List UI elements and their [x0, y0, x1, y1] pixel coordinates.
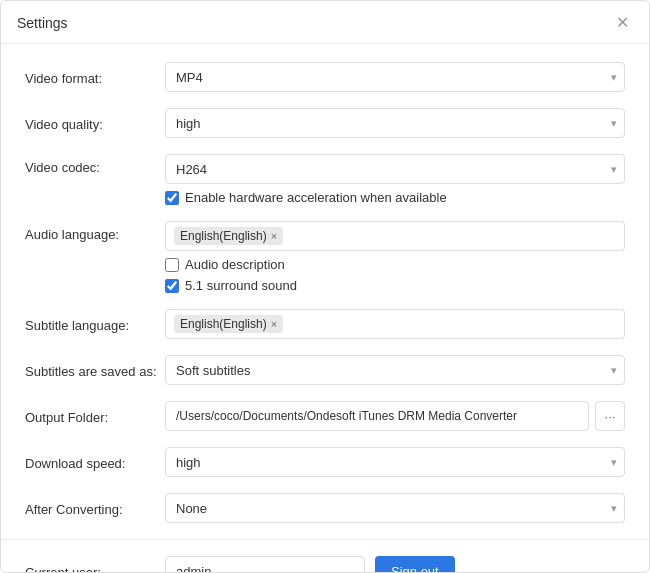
current-user-field: Sign out: [165, 556, 625, 572]
close-button[interactable]: ✕: [612, 13, 633, 33]
video-format-label: Video format:: [25, 69, 165, 86]
video-format-field: MP4 MKV MOV AVI ▾: [165, 62, 625, 92]
output-folder-row: Output Folder: ···: [1, 393, 649, 439]
after-converting-label: After Converting:: [25, 500, 165, 517]
hw-acceleration-label: Enable hardware acceleration when availa…: [185, 190, 447, 205]
video-codec-label: Video codec:: [25, 154, 165, 175]
video-codec-select-wrapper: H264 H265 VP9 ▾: [165, 154, 625, 184]
subtitles-saved-as-label: Subtitles are saved as:: [25, 362, 165, 379]
subtitles-saved-as-row: Subtitles are saved as: Soft subtitles H…: [1, 347, 649, 393]
audio-description-row: Audio description: [165, 257, 625, 272]
subtitles-saved-as-field: Soft subtitles Hard subtitles None ▾: [165, 355, 625, 385]
surround-sound-checkbox[interactable]: [165, 279, 179, 293]
output-folder-field: ···: [165, 401, 625, 431]
audio-description-label: Audio description: [185, 257, 285, 272]
output-folder-label: Output Folder:: [25, 408, 165, 425]
current-user-label: Current user:: [25, 563, 165, 573]
current-user-row: Current user: Sign out: [1, 548, 649, 572]
download-speed-label: Download speed:: [25, 454, 165, 471]
video-format-row: Video format: MP4 MKV MOV AVI ▾: [1, 54, 649, 100]
subtitle-language-tag-input[interactable]: English(English) ×: [165, 309, 625, 339]
hw-acceleration-checkbox[interactable]: [165, 191, 179, 205]
video-codec-select[interactable]: H264 H265 VP9: [165, 154, 625, 184]
surround-sound-label: 5.1 surround sound: [185, 278, 297, 293]
download-speed-select-wrapper: high medium low ▾: [165, 447, 625, 477]
subtitles-saved-as-select-wrapper: Soft subtitles Hard subtitles None ▾: [165, 355, 625, 385]
output-folder-input-row: ···: [165, 401, 625, 431]
video-quality-row: Video quality: high medium low ▾: [1, 100, 649, 146]
video-quality-field: high medium low ▾: [165, 108, 625, 138]
video-format-select-wrapper: MP4 MKV MOV AVI ▾: [165, 62, 625, 92]
after-converting-select[interactable]: None Open folder Shut down: [165, 493, 625, 523]
audio-language-row: Audio language: English(English) × Audio…: [1, 213, 649, 301]
subtitle-language-field: English(English) ×: [165, 309, 625, 339]
subtitle-language-label: Subtitle language:: [25, 316, 165, 333]
video-codec-field: H264 H265 VP9 ▾ Enable hardware accelera…: [165, 154, 625, 205]
titlebar: Settings ✕: [1, 1, 649, 44]
sign-out-button[interactable]: Sign out: [375, 556, 455, 572]
settings-window: Settings ✕ Video format: MP4 MKV MOV AVI…: [0, 0, 650, 573]
audio-language-tag-input[interactable]: English(English) ×: [165, 221, 625, 251]
video-format-select[interactable]: MP4 MKV MOV AVI: [165, 62, 625, 92]
hw-acceleration-row: Enable hardware acceleration when availa…: [165, 190, 625, 205]
audio-language-label: Audio language:: [25, 221, 165, 242]
sign-out-row: Sign out: [165, 556, 625, 572]
download-speed-select[interactable]: high medium low: [165, 447, 625, 477]
window-title: Settings: [17, 15, 68, 31]
download-speed-row: Download speed: high medium low ▾: [1, 439, 649, 485]
surround-sound-row: 5.1 surround sound: [165, 278, 625, 293]
divider: [1, 539, 649, 540]
audio-language-tag-text: English(English): [180, 229, 267, 243]
after-converting-field: None Open folder Shut down ▾: [165, 493, 625, 523]
audio-language-tag: English(English) ×: [174, 227, 283, 245]
download-speed-field: high medium low ▾: [165, 447, 625, 477]
subtitle-language-tag-text: English(English): [180, 317, 267, 331]
subtitle-language-tag-close[interactable]: ×: [271, 318, 277, 330]
subtitles-saved-as-select[interactable]: Soft subtitles Hard subtitles None: [165, 355, 625, 385]
audio-description-checkbox[interactable]: [165, 258, 179, 272]
after-converting-select-wrapper: None Open folder Shut down ▾: [165, 493, 625, 523]
subtitle-language-row: Subtitle language: English(English) ×: [1, 301, 649, 347]
video-quality-select[interactable]: high medium low: [165, 108, 625, 138]
settings-content: Video format: MP4 MKV MOV AVI ▾ Video qu…: [1, 44, 649, 572]
subtitle-language-tag: English(English) ×: [174, 315, 283, 333]
audio-language-tag-close[interactable]: ×: [271, 230, 277, 242]
output-folder-input[interactable]: [165, 401, 589, 431]
video-quality-label: Video quality:: [25, 115, 165, 132]
after-converting-row: After Converting: None Open folder Shut …: [1, 485, 649, 531]
output-folder-browse-button[interactable]: ···: [595, 401, 625, 431]
video-codec-row: Video codec: H264 H265 VP9 ▾ Enable hard…: [1, 146, 649, 213]
current-user-input[interactable]: [165, 556, 365, 572]
video-quality-select-wrapper: high medium low ▾: [165, 108, 625, 138]
audio-language-field: English(English) × Audio description 5.1…: [165, 221, 625, 293]
